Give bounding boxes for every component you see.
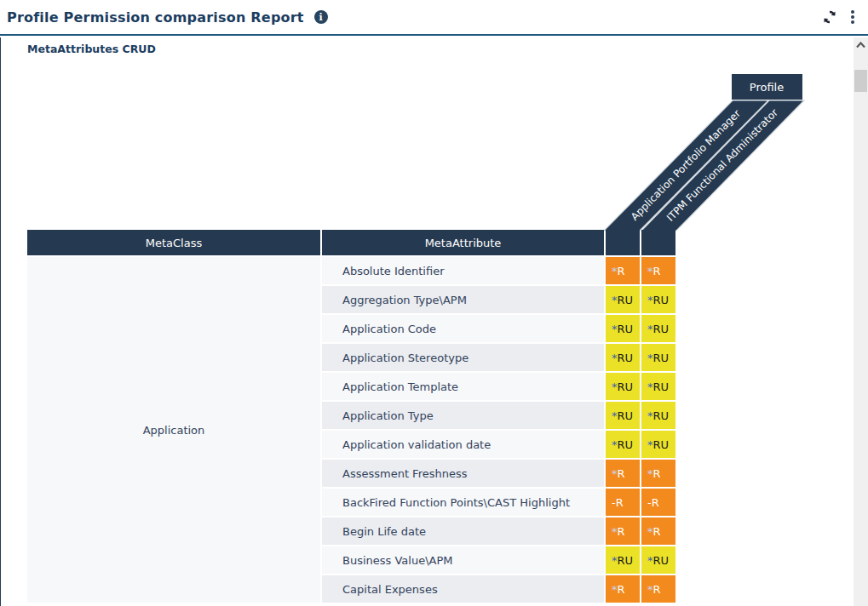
permission-cell: *RU [606,373,640,400]
kebab-menu-icon[interactable] [849,9,856,26]
permission-cell: *R [641,575,675,603]
permission-cell: *R [641,517,675,545]
metaattribute-cell: Aggregation Type\APM [322,286,604,313]
permission-cell: *R [641,460,675,487]
permission-cell: *RU [641,286,675,313]
permission-cell: -R [641,489,675,516]
metaattribute-cell: Application validation date [322,431,604,458]
metaattribute-cell: Assessment Freshness [322,460,604,487]
title-bar: Profile Permission comparison Report i [0,0,868,36]
permission-cell: *RU [641,546,675,574]
permission-cell: *RU [641,344,675,371]
permission-cell: *RU [641,431,675,458]
column-header-metaclass: MetaClass [27,230,320,255]
permission-cell: *RU [606,431,640,458]
metaattribute-cell: BackFired Function Points\CAST Highlight [322,489,604,516]
column-header-metaattribute: MetaAttribute [322,230,604,255]
permission-cell: *RU [606,286,640,313]
refresh-icon[interactable] [822,9,837,25]
page-title: Profile Permission comparison Report [7,9,304,26]
profile-diagonal-header: Profile Application Portfolio Manager IT… [597,72,810,232]
column-header-profile-1 [606,230,640,255]
section-title: MetaAttributes CRUD [27,43,156,55]
permissions-table: MetaClass MetaAttribute ApplicationAbsol… [26,228,677,604]
metaattribute-cell: Capital Expenses [322,575,604,603]
profile-header-label: Profile [750,81,784,94]
permission-cell: *RU [606,344,640,371]
scrollbar-thumb[interactable] [854,70,867,92]
metaattribute-cell: Absolute Identifier [322,257,604,284]
permission-cell: *R [606,257,640,284]
info-icon[interactable]: i [314,10,328,24]
permission-cell: *RU [641,373,675,400]
permission-cell: *RU [641,315,675,342]
metaattribute-cell: Application Stereotype [322,344,604,371]
table-row: ApplicationAbsolute Identifier*R*R [27,257,675,284]
metaclass-cell: Application [27,257,320,603]
metaattribute-cell: Begin Life date [322,517,604,545]
permission-cell: *R [641,257,675,284]
permission-cell: *RU [606,315,640,342]
metaattribute-cell: Application Type [322,402,604,429]
report-content: MetaAttributes CRUD Profile Application … [0,37,868,606]
permission-cell: *RU [641,402,675,429]
vertical-scrollbar[interactable] [854,37,868,606]
metaattribute-cell: Business Value\APM [322,546,604,574]
table-header-row: MetaClass MetaAttribute [27,230,675,255]
permission-cell: *RU [606,546,640,574]
permission-cell: *R [606,460,640,487]
permission-cell: *R [606,517,640,545]
permission-cell: *R [606,575,640,603]
metaattribute-cell: Application Code [322,315,604,342]
permission-cell: -R [606,489,640,516]
column-header-profile-2 [641,230,675,255]
metaattribute-cell: Application Template [322,373,604,400]
permission-cell: *RU [606,402,640,429]
scroll-up-arrow-icon[interactable] [854,37,868,53]
